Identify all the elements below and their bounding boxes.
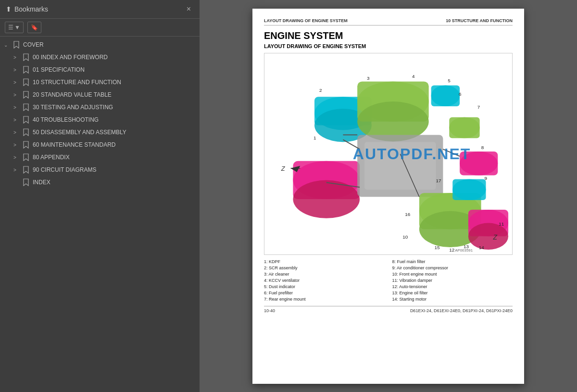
legend-section: 1: KDPF 8: Fuel main filter 2: SCR assem…	[264, 259, 513, 302]
toggle-icon[interactable]: >	[13, 80, 20, 85]
toggle-icon[interactable]: >	[13, 142, 20, 148]
legend-item-9: 9: Air conditioner compressor	[392, 265, 513, 271]
svg-rect-8	[431, 85, 460, 106]
bookmark-tree: ⌄ COVER > 00 INDEX AND FOREWORD >	[0, 37, 200, 392]
bookmark-icon	[23, 66, 30, 74]
toggle-icon[interactable]: >	[13, 167, 20, 173]
toggle-icon[interactable]: >	[13, 105, 20, 110]
page-container: LAYOUT DRAWING OF ENGINE SYSTEM 10 STRUC…	[252, 9, 524, 384]
bookmarks-header: ⬆ Bookmarks ×	[0, 0, 200, 19]
sidebar-item-50[interactable]: > 50 DISASSEMBLY AND ASSEMBLY	[0, 126, 200, 139]
bookmark-icon	[23, 178, 30, 186]
legend-item-10: 10: Front engine mount	[392, 271, 513, 277]
dropdown-icon: ▼	[14, 24, 20, 31]
svg-text:Z: Z	[281, 164, 286, 172]
legend-item-13: 13: Engine oil filter	[392, 290, 513, 296]
sidebar-item-20[interactable]: > 20 STANDARD VALUE TABLE	[0, 89, 200, 101]
item-label-10: 10 STRUCTURE AND FUNCTION	[33, 79, 121, 86]
bookmark-icon	[23, 116, 30, 124]
svg-text:4: 4	[412, 73, 415, 78]
svg-text:6: 6	[459, 91, 462, 97]
svg-text:8: 8	[481, 145, 484, 150]
toolbar-row: ☰ ▼ 🔖	[0, 19, 200, 37]
svg-text:17: 17	[436, 178, 441, 183]
bookmark-icon	[23, 166, 30, 174]
toggle-icon[interactable]: >	[13, 67, 20, 73]
toggle-icon[interactable]: ⌄	[4, 42, 11, 48]
sidebar-item-90[interactable]: > 90 CIRCUIT DIAGRAMS	[0, 164, 200, 176]
toggle-icon[interactable]: >	[13, 130, 20, 135]
sidebar-item-00[interactable]: > 00 INDEX AND FOREWORD	[0, 51, 200, 63]
svg-text:11: 11	[499, 221, 504, 226]
item-label-index: INDEX	[33, 179, 50, 186]
item-label-80: 80 APPENDIX	[33, 154, 70, 161]
svg-text:AP003591: AP003591	[455, 248, 473, 253]
legend-item-7: 7: Rear engine mount	[264, 296, 385, 302]
svg-text:7: 7	[477, 104, 480, 109]
bookmark-icon	[23, 153, 30, 161]
watermark: AUTOPDF.NET	[353, 145, 471, 163]
toggle-icon[interactable]: >	[13, 55, 20, 60]
item-label-01: 01 SPECIFICATION	[33, 66, 85, 73]
legend-item-11: 11: Vibration damper	[392, 278, 513, 283]
toggle-placeholder	[13, 180, 20, 185]
engine-diagram: 2 3 4 5 6 7 8 9 1 10 17 16 15 14 13 12 1…	[264, 53, 513, 255]
page-footer: 10-40 D61EXI-24, D61EXI-24E0, D61PXI-24,…	[264, 306, 513, 313]
bookmarks-panel: ⬆ Bookmarks × ☰ ▼ 🔖 ⌄ COVER >	[0, 0, 200, 392]
legend-item-1: 1: KDPF	[264, 259, 385, 265]
svg-text:16: 16	[405, 211, 411, 216]
toggle-icon[interactable]: >	[13, 117, 20, 123]
legend-item-6: 6: Fuel prefilter	[264, 290, 385, 296]
sidebar-item-40[interactable]: > 40 TROUBLESHOOTING	[0, 114, 200, 126]
toggle-icon[interactable]: >	[13, 92, 20, 98]
model-info: D61EXI-24, D61EXI-24E0, D61PXI-24, D61PX…	[410, 308, 513, 313]
svg-point-25	[468, 223, 508, 249]
svg-text:15: 15	[435, 245, 440, 250]
svg-text:2: 2	[319, 88, 322, 93]
sidebar-item-60[interactable]: > 60 MAINTENANCE STANDARD	[0, 139, 200, 151]
item-label-90: 90 CIRCUIT DIAGRAMS	[33, 166, 96, 173]
svg-rect-22	[452, 179, 486, 200]
page-main-title: ENGINE SYSTEM	[264, 30, 513, 41]
svg-text:10: 10	[402, 234, 408, 240]
cover-label: COVER	[23, 41, 44, 48]
sidebar-item-10[interactable]: > 10 STRUCTURE AND FUNCTION	[0, 76, 200, 89]
svg-text:5: 5	[448, 78, 451, 83]
bookmark-view-button[interactable]: 🔖	[27, 22, 41, 33]
legend-item-14: 14: Starting motor	[392, 296, 513, 302]
bookmark-icon	[13, 41, 20, 49]
svg-rect-15	[449, 117, 479, 138]
legend-item-3: 3: Air cleaner	[264, 271, 385, 277]
page-sub-title: LAYOUT DRAWING OF ENGINE SYSTEM	[264, 43, 513, 49]
sidebar-item-index[interactable]: INDEX	[0, 176, 200, 189]
svg-text:Z: Z	[492, 233, 497, 241]
toggle-icon[interactable]: >	[13, 155, 20, 160]
legend-item-4: 4: KCCV ventilator	[264, 278, 385, 283]
page-number: 10-40	[264, 308, 275, 313]
svg-text:12: 12	[449, 247, 454, 253]
item-label-20: 20 STANDARD VALUE TABLE	[33, 91, 112, 98]
bookmarks-header-left: ⬆ Bookmarks	[6, 5, 48, 13]
legend-item-2: 2: SCR assembly	[264, 265, 385, 271]
svg-text:1: 1	[314, 135, 316, 140]
page-header: LAYOUT DRAWING OF ENGINE SYSTEM 10 STRUC…	[264, 18, 513, 25]
legend-item-5: 5: Dust indicator	[264, 284, 385, 290]
header-right: 10 STRUCTURE AND FUNCTION	[446, 18, 513, 23]
bookmark-icon	[23, 91, 30, 99]
legend-item-8: 8: Fuel main filter	[392, 259, 513, 265]
item-label-50: 50 DISASSEMBLY AND ASSEMBLY	[33, 129, 126, 136]
legend-item-12: 12: Auto-tensioner	[392, 284, 513, 290]
document-panel: LAYOUT DRAWING OF ENGINE SYSTEM 10 STRUC…	[200, 0, 577, 392]
bookmark-icon: 🔖	[31, 24, 38, 31]
item-label-40: 40 TROUBLESHOOTING	[33, 116, 99, 123]
svg-text:3: 3	[367, 76, 370, 81]
close-button[interactable]: ×	[184, 4, 194, 14]
expand-icon: ☰	[8, 24, 13, 31]
sidebar-item-80[interactable]: > 80 APPENDIX	[0, 151, 200, 164]
sidebar-item-cover[interactable]: ⌄ COVER	[0, 38, 200, 51]
sidebar-item-30[interactable]: > 30 TESTING AND ADJUSTING	[0, 101, 200, 114]
sidebar-item-01[interactable]: > 01 SPECIFICATION	[0, 63, 200, 76]
header-left: LAYOUT DRAWING OF ENGINE SYSTEM	[264, 18, 348, 23]
bookmark-icon	[23, 103, 30, 111]
expand-all-button[interactable]: ☰ ▼	[5, 22, 24, 33]
